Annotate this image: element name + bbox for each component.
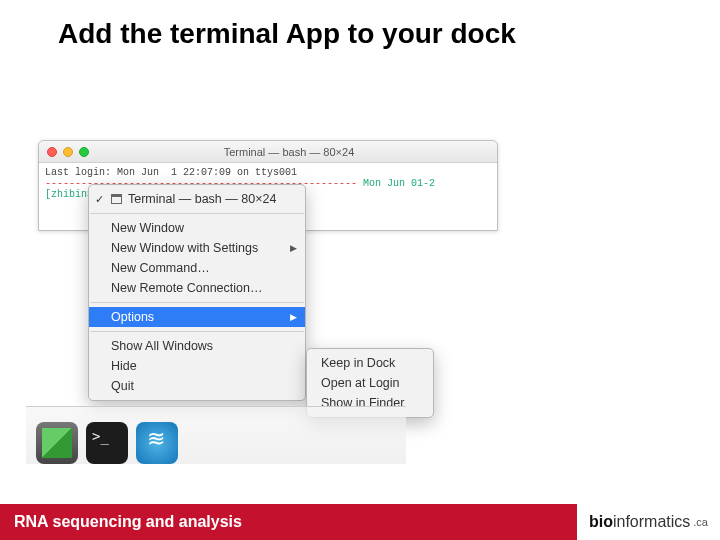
menu-hide[interactable]: Hide: [89, 356, 305, 376]
footer-left-text: RNA sequencing and analysis: [14, 513, 242, 531]
menu-quit[interactable]: Quit: [89, 376, 305, 396]
slide-footer: RNA sequencing and analysis bioinformati…: [0, 504, 720, 540]
menu-item-label: Quit: [111, 379, 134, 393]
submenu-keep-in-dock[interactable]: Keep in Dock: [307, 353, 433, 373]
terminal-window-title: Terminal — bash — 80×24: [89, 146, 489, 158]
menu-item-label: Hide: [111, 359, 137, 373]
window-icon: [111, 194, 122, 204]
menu-header-window[interactable]: Terminal — bash — 80×24: [89, 189, 305, 209]
menu-separator: [90, 302, 304, 303]
minimize-icon[interactable]: [63, 147, 73, 157]
menu-new-command[interactable]: New Command…: [89, 258, 305, 278]
brand-bold: bio: [589, 513, 613, 531]
menu-item-label: New Window with Settings: [111, 241, 258, 255]
menu-show-all-windows[interactable]: Show All Windows: [89, 336, 305, 356]
screenshot-region: Terminal — bash — 80×24 Last login: Mon …: [38, 140, 518, 460]
terminal-icon[interactable]: [86, 422, 128, 464]
menu-new-window-settings[interactable]: New Window with Settings: [89, 238, 305, 258]
menu-header-label: Terminal — bash — 80×24: [128, 192, 276, 206]
menu-options[interactable]: Options: [89, 307, 305, 327]
terminal-rule-date: Mon Jun 01-2: [357, 178, 435, 189]
zoom-icon[interactable]: [79, 147, 89, 157]
submenu-open-at-login[interactable]: Open at Login: [307, 373, 433, 393]
terminal-titlebar[interactable]: Terminal — bash — 80×24: [39, 141, 497, 163]
openoffice-icon[interactable]: [136, 422, 178, 464]
dock[interactable]: [26, 406, 406, 464]
menu-new-window[interactable]: New Window: [89, 218, 305, 238]
terminal-last-login: Last login: Mon Jun 1 22:07:09 on ttys00…: [45, 167, 297, 178]
close-icon[interactable]: [47, 147, 57, 157]
dock-context-menu[interactable]: Terminal — bash — 80×24 New Window New W…: [88, 184, 306, 401]
menu-item-label: Show All Windows: [111, 339, 213, 353]
footer-brand: bioinformatics.ca: [577, 504, 720, 540]
menu-item-label: Keep in Dock: [321, 356, 395, 370]
window-controls[interactable]: [47, 147, 89, 157]
menu-item-label: New Window: [111, 221, 184, 235]
brand-tld: .ca: [693, 516, 708, 528]
slide-title: Add the terminal App to your dock: [0, 0, 720, 50]
brand-rest: informatics: [613, 513, 690, 531]
menu-item-label: New Command…: [111, 261, 210, 275]
menu-item-label: Open at Login: [321, 376, 400, 390]
menu-item-label: New Remote Connection…: [111, 281, 262, 295]
menu-new-remote-connection[interactable]: New Remote Connection…: [89, 278, 305, 298]
menu-item-label: Options: [111, 310, 154, 324]
photos-icon[interactable]: [36, 422, 78, 464]
terminal-prompt: [zhibin$: [45, 189, 93, 200]
menu-separator: [90, 213, 304, 214]
menu-separator: [90, 331, 304, 332]
